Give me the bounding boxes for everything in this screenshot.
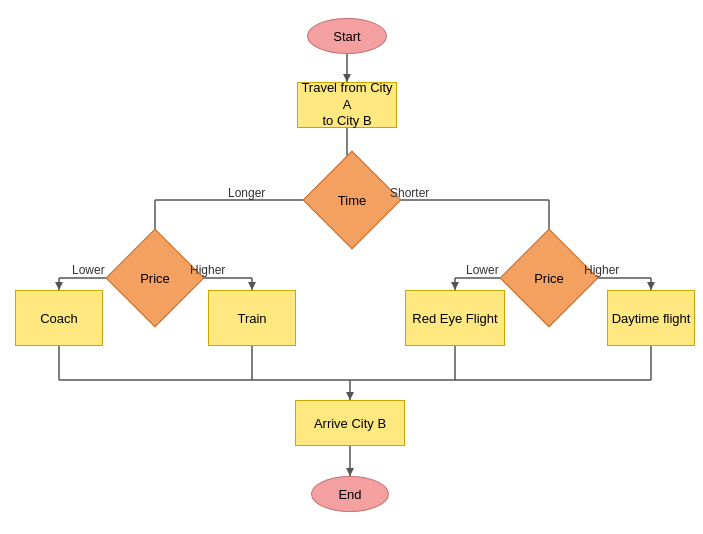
higher-right-label: Higher [584,263,619,277]
coach-node: Coach [15,290,103,346]
travel-node: Travel from City Ato City B [297,82,397,128]
daytime-label: Daytime flight [612,311,691,326]
higher-left-label: Higher [190,263,225,277]
daytime-node: Daytime flight [607,290,695,346]
svg-marker-29 [346,392,354,400]
price-left-node: Price [125,248,185,308]
travel-label: Travel from City Ato City B [298,80,396,131]
start-label: Start [333,29,360,44]
train-node: Train [208,290,296,346]
price-right-node: Price [519,248,579,308]
redeye-label: Red Eye Flight [412,311,497,326]
coach-label: Coach [40,311,78,326]
arrive-label: Arrive City B [314,416,386,431]
longer-label: Longer [228,186,265,200]
flowchart: Start Travel from City Ato City B Time P… [0,0,703,534]
svg-marker-12 [55,282,63,290]
svg-marker-15 [248,282,256,290]
end-node: End [311,476,389,512]
end-label: End [338,487,361,502]
svg-marker-31 [346,468,354,476]
lower-left-label: Lower [72,263,105,277]
time-node: Time [322,170,382,230]
shorter-label: Shorter [390,186,429,200]
arrive-node: Arrive City B [295,400,405,446]
lower-right-label: Lower [466,263,499,277]
svg-marker-18 [451,282,459,290]
redeye-node: Red Eye Flight [405,290,505,346]
train-label: Train [237,311,266,326]
svg-marker-21 [647,282,655,290]
start-node: Start [307,18,387,54]
